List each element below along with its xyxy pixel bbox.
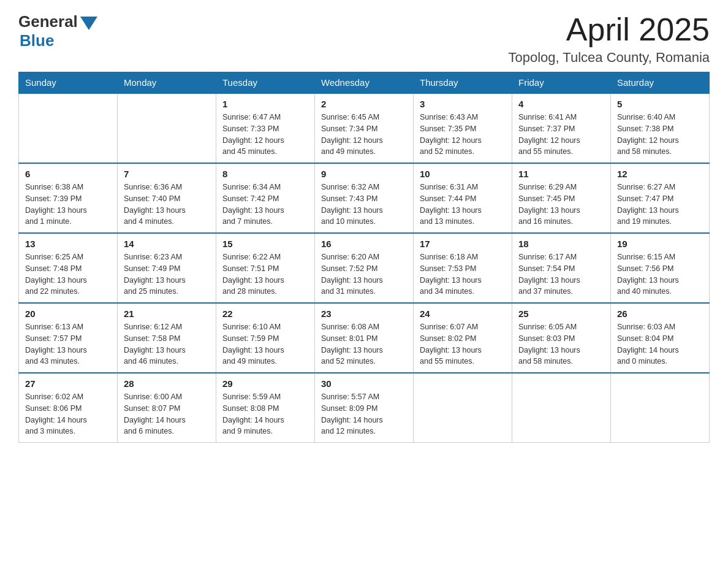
day-info: Sunrise: 6:29 AMSunset: 7:45 PMDaylight:… [518,182,604,228]
calendar-header-tuesday: Tuesday [216,72,315,94]
day-info: Sunrise: 6:23 AMSunset: 7:49 PMDaylight:… [124,251,210,297]
calendar-cell: 5Sunrise: 6:40 AMSunset: 7:38 PMDaylight… [611,93,710,163]
day-number: 22 [222,308,308,319]
calendar-cell: 26Sunrise: 6:03 AMSunset: 8:04 PMDayligh… [611,303,710,373]
day-number: 13 [25,239,111,249]
day-info: Sunrise: 6:18 AMSunset: 7:53 PMDaylight:… [420,251,506,297]
week-row-4: 20Sunrise: 6:13 AMSunset: 7:57 PMDayligh… [19,303,710,373]
calendar-cell: 18Sunrise: 6:17 AMSunset: 7:54 PMDayligh… [512,233,611,303]
logo: General Blue [18,12,97,50]
calendar-cell: 27Sunrise: 6:02 AMSunset: 8:06 PMDayligh… [19,373,118,443]
day-info: Sunrise: 6:07 AMSunset: 8:02 PMDaylight:… [420,321,506,367]
day-info: Sunrise: 6:08 AMSunset: 8:01 PMDaylight:… [321,321,407,367]
day-info: Sunrise: 6:47 AMSunset: 7:33 PMDaylight:… [222,112,308,158]
calendar-cell: 23Sunrise: 6:08 AMSunset: 8:01 PMDayligh… [315,303,414,373]
calendar-cell: 3Sunrise: 6:43 AMSunset: 7:35 PMDaylight… [414,93,512,163]
week-row-1: 1Sunrise: 6:47 AMSunset: 7:33 PMDaylight… [19,93,710,163]
day-info: Sunrise: 6:45 AMSunset: 7:34 PMDaylight:… [321,112,407,158]
calendar-header-thursday: Thursday [414,72,512,94]
calendar-cell: 20Sunrise: 6:13 AMSunset: 7:57 PMDayligh… [19,303,118,373]
day-number: 11 [518,169,604,179]
day-number: 5 [617,99,703,109]
day-info: Sunrise: 6:31 AMSunset: 7:44 PMDaylight:… [420,182,506,228]
calendar-header-monday: Monday [118,72,216,94]
calendar-cell: 22Sunrise: 6:10 AMSunset: 7:59 PMDayligh… [216,303,315,373]
calendar-cell: 19Sunrise: 6:15 AMSunset: 7:56 PMDayligh… [611,233,710,303]
calendar-table: SundayMondayTuesdayWednesdayThursdayFrid… [18,72,710,443]
logo-triangle-icon [80,17,97,30]
day-info: Sunrise: 6:15 AMSunset: 7:56 PMDaylight:… [617,251,703,297]
title-section: April 2025 Topolog, Tulcea County, Roman… [508,12,710,66]
day-number: 7 [124,169,210,179]
week-row-5: 27Sunrise: 6:02 AMSunset: 8:06 PMDayligh… [19,373,710,443]
calendar-cell: 17Sunrise: 6:18 AMSunset: 7:53 PMDayligh… [414,233,512,303]
day-info: Sunrise: 6:10 AMSunset: 7:59 PMDaylight:… [222,321,308,367]
day-number: 10 [420,169,506,179]
week-row-3: 13Sunrise: 6:25 AMSunset: 7:48 PMDayligh… [19,233,710,303]
calendar-cell: 8Sunrise: 6:34 AMSunset: 7:42 PMDaylight… [216,163,315,233]
day-number: 21 [124,308,210,319]
day-info: Sunrise: 6:34 AMSunset: 7:42 PMDaylight:… [222,182,308,228]
day-number: 15 [222,239,308,249]
calendar-header-wednesday: Wednesday [315,72,414,94]
week-row-2: 6Sunrise: 6:38 AMSunset: 7:39 PMDaylight… [19,163,710,233]
day-number: 12 [617,169,703,179]
logo-general-text: General [18,12,78,31]
day-number: 27 [25,378,111,389]
location-title: Topolog, Tulcea County, Romania [508,50,710,66]
day-number: 20 [25,308,111,319]
day-number: 1 [222,99,308,109]
day-number: 2 [321,99,407,109]
day-number: 16 [321,239,407,249]
calendar-cell: 14Sunrise: 6:23 AMSunset: 7:49 PMDayligh… [118,233,216,303]
calendar-cell: 2Sunrise: 6:45 AMSunset: 7:34 PMDaylight… [315,93,414,163]
day-number: 23 [321,308,407,319]
day-info: Sunrise: 5:57 AMSunset: 8:09 PMDaylight:… [321,391,407,437]
day-info: Sunrise: 6:00 AMSunset: 8:07 PMDaylight:… [124,391,210,437]
day-number: 9 [321,169,407,179]
calendar-cell: 10Sunrise: 6:31 AMSunset: 7:44 PMDayligh… [414,163,512,233]
day-info: Sunrise: 6:20 AMSunset: 7:52 PMDaylight:… [321,251,407,297]
day-number: 17 [420,239,506,249]
calendar-cell: 11Sunrise: 6:29 AMSunset: 7:45 PMDayligh… [512,163,611,233]
day-number: 8 [222,169,308,179]
day-number: 29 [222,378,308,389]
calendar-header-saturday: Saturday [611,72,710,94]
day-info: Sunrise: 6:17 AMSunset: 7:54 PMDaylight:… [518,251,604,297]
day-info: Sunrise: 6:22 AMSunset: 7:51 PMDaylight:… [222,251,308,297]
calendar-cell: 21Sunrise: 6:12 AMSunset: 7:58 PMDayligh… [118,303,216,373]
day-number: 28 [124,378,210,389]
calendar-cell: 1Sunrise: 6:47 AMSunset: 7:33 PMDaylight… [216,93,315,163]
calendar-cell: 16Sunrise: 6:20 AMSunset: 7:52 PMDayligh… [315,233,414,303]
calendar-cell: 30Sunrise: 5:57 AMSunset: 8:09 PMDayligh… [315,373,414,443]
calendar-header-row: SundayMondayTuesdayWednesdayThursdayFrid… [19,72,710,94]
day-info: Sunrise: 6:02 AMSunset: 8:06 PMDaylight:… [25,391,111,437]
calendar-cell: 28Sunrise: 6:00 AMSunset: 8:07 PMDayligh… [118,373,216,443]
day-number: 4 [518,99,604,109]
calendar-cell [118,93,216,163]
calendar-cell: 13Sunrise: 6:25 AMSunset: 7:48 PMDayligh… [19,233,118,303]
day-info: Sunrise: 6:38 AMSunset: 7:39 PMDaylight:… [25,182,111,228]
day-info: Sunrise: 6:41 AMSunset: 7:37 PMDaylight:… [518,112,604,158]
day-info: Sunrise: 6:13 AMSunset: 7:57 PMDaylight:… [25,321,111,367]
calendar-cell: 15Sunrise: 6:22 AMSunset: 7:51 PMDayligh… [216,233,315,303]
calendar-cell: 9Sunrise: 6:32 AMSunset: 7:43 PMDaylight… [315,163,414,233]
calendar-cell [611,373,710,443]
day-info: Sunrise: 6:05 AMSunset: 8:03 PMDaylight:… [518,321,604,367]
day-number: 14 [124,239,210,249]
day-number: 26 [617,308,703,319]
calendar-cell: 7Sunrise: 6:36 AMSunset: 7:40 PMDaylight… [118,163,216,233]
day-info: Sunrise: 6:43 AMSunset: 7:35 PMDaylight:… [420,112,506,158]
day-number: 24 [420,308,506,319]
day-number: 18 [518,239,604,249]
calendar-cell [19,93,118,163]
day-number: 30 [321,378,407,389]
calendar-cell: 4Sunrise: 6:41 AMSunset: 7:37 PMDaylight… [512,93,611,163]
page-header: General Blue April 2025 Topolog, Tulcea … [18,12,710,66]
calendar-header-sunday: Sunday [19,72,118,94]
day-number: 19 [617,239,703,249]
month-title: April 2025 [508,12,710,47]
day-info: Sunrise: 6:03 AMSunset: 8:04 PMDaylight:… [617,321,703,367]
calendar-cell [512,373,611,443]
calendar-cell: 6Sunrise: 6:38 AMSunset: 7:39 PMDaylight… [19,163,118,233]
